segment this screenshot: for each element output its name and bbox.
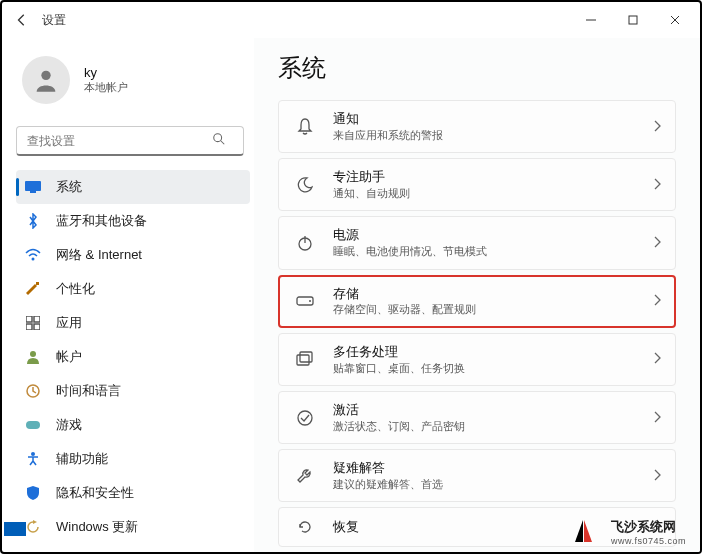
sidebar: ky 本地帐户 系统蓝牙和其他设备网络 & Internet个性化应用帐户时间和… — [2, 38, 254, 552]
sidebar-item-label: 隐私和安全性 — [56, 484, 134, 502]
sidebar-item-6[interactable]: 时间和语言 — [16, 374, 250, 408]
search-icon — [212, 132, 226, 150]
sidebar-item-label: 应用 — [56, 314, 82, 332]
sidebar-item-9[interactable]: 隐私和安全性 — [16, 476, 250, 510]
profile-name: ky — [84, 65, 128, 80]
bell-icon — [293, 118, 317, 136]
sidebar-item-1[interactable]: 蓝牙和其他设备 — [16, 204, 250, 238]
content-area: ky 本地帐户 系统蓝牙和其他设备网络 & Internet个性化应用帐户时间和… — [2, 38, 700, 552]
chevron-right-icon — [653, 118, 661, 136]
svg-rect-24 — [297, 355, 309, 365]
card-subtitle: 来自应用和系统的警报 — [333, 128, 653, 142]
search-input[interactable] — [16, 126, 244, 156]
profile-block[interactable]: ky 本地帐户 — [16, 38, 254, 126]
card-subtitle: 存储空间、驱动器、配置规则 — [333, 302, 653, 316]
svg-rect-10 — [36, 282, 39, 285]
svg-point-5 — [214, 134, 222, 142]
sidebar-item-0[interactable]: 系统 — [16, 170, 250, 204]
card-title: 存储 — [333, 286, 653, 303]
moon-icon — [293, 177, 317, 193]
sidebar-item-7[interactable]: 游戏 — [16, 408, 250, 442]
activation-icon — [293, 410, 317, 426]
chevron-right-icon — [653, 234, 661, 252]
card-subtitle: 激活状态、订阅、产品密钥 — [333, 419, 653, 433]
card-body: 多任务处理贴靠窗口、桌面、任务切换 — [333, 344, 653, 375]
sidebar-item-3[interactable]: 个性化 — [16, 272, 250, 306]
svg-rect-23 — [300, 352, 312, 362]
multitask-icon — [293, 351, 317, 367]
svg-point-4 — [41, 71, 50, 80]
sidebar-item-label: 辅助功能 — [56, 450, 108, 468]
watermark-name: 飞沙系统网 — [611, 518, 686, 536]
sidebar-item-4[interactable]: 应用 — [16, 306, 250, 340]
account-icon — [24, 348, 42, 366]
card-body: 电源睡眠、电池使用情况、节电模式 — [333, 227, 653, 258]
window-title: 设置 — [42, 12, 66, 29]
chevron-right-icon — [653, 350, 661, 368]
card-title: 激活 — [333, 402, 653, 419]
sidebar-item-label: 网络 & Internet — [56, 246, 142, 264]
card-body: 疑难解答建议的疑难解答、首选 — [333, 460, 653, 491]
main-panel: 系统 通知来自应用和系统的警报专注助手通知、自动规则电源睡眠、电池使用情况、节电… — [254, 38, 700, 552]
settings-card-4[interactable]: 多任务处理贴靠窗口、桌面、任务切换 — [278, 333, 676, 386]
sidebar-item-10[interactable]: Windows 更新 — [16, 510, 250, 544]
svg-rect-17 — [26, 421, 40, 429]
card-title: 疑难解答 — [333, 460, 653, 477]
accessibility-icon — [24, 450, 42, 468]
power-icon — [293, 235, 317, 251]
card-subtitle: 通知、自动规则 — [333, 186, 653, 200]
troubleshoot-icon — [293, 468, 317, 484]
svg-rect-7 — [25, 181, 41, 191]
window-controls — [570, 4, 696, 36]
apps-icon — [24, 314, 42, 332]
card-title: 多任务处理 — [333, 344, 653, 361]
close-button[interactable] — [654, 4, 696, 36]
minimize-button[interactable] — [570, 4, 612, 36]
svg-rect-8 — [30, 191, 36, 193]
time-icon — [24, 382, 42, 400]
sidebar-item-5[interactable]: 帐户 — [16, 340, 250, 374]
svg-rect-13 — [26, 324, 32, 330]
settings-window: 设置 ky 本地帐户 — [0, 0, 702, 554]
profile-subtitle: 本地帐户 — [84, 80, 128, 95]
card-title: 通知 — [333, 111, 653, 128]
search-container — [16, 126, 254, 170]
watermark: 飞沙系统网 www.fs0745.com — [581, 518, 686, 546]
settings-card-3[interactable]: 存储存储空间、驱动器、配置规则 — [278, 275, 676, 328]
settings-card-6[interactable]: 疑难解答建议的疑难解答、首选 — [278, 449, 676, 502]
svg-point-18 — [31, 452, 35, 456]
system-icon — [24, 178, 42, 196]
back-button[interactable] — [6, 4, 38, 36]
settings-card-5[interactable]: 激活激活状态、订阅、产品密钥 — [278, 391, 676, 444]
maximize-button[interactable] — [612, 4, 654, 36]
card-body: 专注助手通知、自动规则 — [333, 169, 653, 200]
sidebar-item-label: Windows 更新 — [56, 518, 138, 536]
settings-card-2[interactable]: 电源睡眠、电池使用情况、节电模式 — [278, 216, 676, 269]
sidebar-item-8[interactable]: 辅助功能 — [16, 442, 250, 476]
svg-rect-14 — [34, 324, 40, 330]
card-body: 存储存储空间、驱动器、配置规则 — [333, 286, 653, 317]
bluetooth-icon — [24, 212, 42, 230]
sidebar-item-label: 时间和语言 — [56, 382, 121, 400]
titlebar: 设置 — [2, 2, 700, 38]
sidebar-item-label: 系统 — [56, 178, 82, 196]
gaming-icon — [24, 416, 42, 434]
svg-point-15 — [30, 351, 36, 357]
settings-card-1[interactable]: 专注助手通知、自动规则 — [278, 158, 676, 211]
svg-line-6 — [221, 141, 225, 145]
svg-rect-11 — [26, 316, 32, 322]
card-subtitle: 建议的疑难解答、首选 — [333, 477, 653, 491]
svg-point-22 — [309, 300, 311, 302]
profile-text: ky 本地帐户 — [84, 65, 128, 95]
avatar — [22, 56, 70, 104]
sidebar-item-label: 个性化 — [56, 280, 95, 298]
storage-icon — [293, 296, 317, 306]
watermark-logo — [581, 520, 605, 544]
update-icon — [24, 518, 42, 536]
wifi-icon — [24, 246, 42, 264]
svg-rect-12 — [34, 316, 40, 322]
sidebar-item-2[interactable]: 网络 & Internet — [16, 238, 250, 272]
sidebar-item-label: 帐户 — [56, 348, 82, 366]
chevron-right-icon — [653, 467, 661, 485]
settings-card-0[interactable]: 通知来自应用和系统的警报 — [278, 100, 676, 153]
